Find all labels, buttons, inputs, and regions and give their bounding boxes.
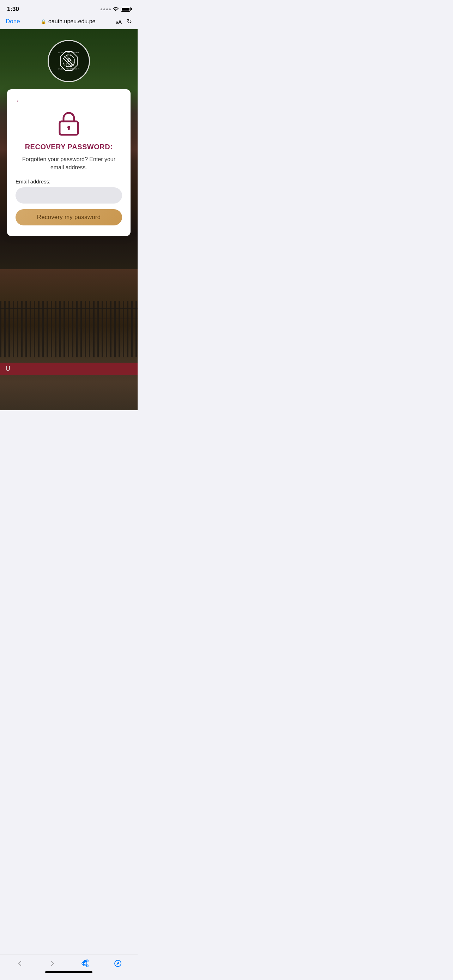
lock-svg xyxy=(55,109,83,137)
recovery-button[interactable]: Recovery my password xyxy=(16,209,122,226)
background-landscape: UNIVERSIDAD PERUANA EDUCATHUIC VITAE ET … xyxy=(0,29,138,269)
wifi-icon xyxy=(113,6,119,12)
lock-icon: 🔒 xyxy=(41,19,46,24)
url-text: oauth.upeu.edu.pe xyxy=(48,18,95,25)
browser-nav: Done 🔒 oauth.upeu.edu.pe aA ↻ xyxy=(0,16,138,29)
recovery-title: RECOVERY PASSWORD: xyxy=(16,143,122,151)
logo-emblem: UNIVERSIDAD PERUANA EDUCATHUIC VITAE ET … xyxy=(58,51,79,72)
red-band: U xyxy=(0,363,138,375)
reload-button[interactable]: ↻ xyxy=(127,18,132,25)
fence-verticals xyxy=(0,301,138,357)
lock-icon-large xyxy=(16,109,122,137)
status-icons xyxy=(100,6,130,12)
modal-card: ← RECOVERY PASSWORD: Forgotten your pass… xyxy=(7,89,130,236)
email-input[interactable] xyxy=(16,187,122,204)
logo-circle: UNIVERSIDAD PERUANA EDUCATHUIC VITAE ET … xyxy=(48,40,90,82)
page-wrapper: UNIVERSIDAD PERUANA EDUCATHUIC VITAE ET … xyxy=(0,29,138,442)
aa-button[interactable]: aA xyxy=(116,19,122,25)
svg-rect-14 xyxy=(68,127,70,130)
university-logo: UNIVERSIDAD PERUANA EDUCATHUIC VITAE ET … xyxy=(48,40,90,82)
svg-text:EDUCATHUIC VITAE ET AETERNITAT: EDUCATHUIC VITAE ET AETERNITATI xyxy=(58,68,79,70)
svg-point-6 xyxy=(68,59,70,60)
svg-text:UNIVERSIDAD PERUANA: UNIVERSIDAD PERUANA xyxy=(58,52,79,54)
svg-text:UNION: UNION xyxy=(67,54,71,56)
signal-icon xyxy=(100,8,111,10)
url-bar: 🔒 oauth.upeu.edu.pe xyxy=(20,18,116,25)
bg-bottom: U xyxy=(0,269,138,410)
page-content: UNIVERSIDAD PERUANA EDUCATHUIC VITAE ET … xyxy=(0,29,138,410)
red-band-text: U xyxy=(6,365,11,372)
status-bar: 1:30 xyxy=(0,0,138,16)
done-button[interactable]: Done xyxy=(6,18,20,25)
battery-icon xyxy=(121,7,130,12)
back-arrow-button[interactable]: ← xyxy=(16,96,23,105)
browser-chrome: Done 🔒 oauth.upeu.edu.pe aA ↻ xyxy=(0,16,138,29)
recovery-subtitle: Forgotten your password? Enter your emai… xyxy=(16,155,122,172)
email-label: Email address: xyxy=(16,178,122,185)
browser-actions: aA ↻ xyxy=(116,18,132,25)
status-time: 1:30 xyxy=(7,6,19,13)
fence xyxy=(0,301,138,357)
